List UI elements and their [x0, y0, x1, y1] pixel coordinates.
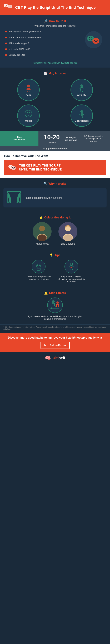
mood-circle: Mood: [17, 104, 40, 127]
footer-logo: 🧠 Ultiself: [0, 352, 110, 364]
why-content: Ration engagement with your fears: [4, 188, 106, 208]
svg-point-12: [96, 40, 97, 41]
how-step-1: Identify what makes you nervous: [5, 30, 80, 34]
why-section: 🔍 Why it works Ration engagement with yo…: [0, 178, 110, 212]
smiley-icon: [24, 109, 33, 118]
step-dot: [5, 36, 7, 38]
svg-point-52: [70, 263, 73, 265]
why-heading: 🔍 Why it works: [4, 182, 106, 186]
lightbulb-icon: 💡: [49, 253, 53, 257]
theater-mask-banner-icon: [8, 163, 16, 172]
anxiety-circle: Anxiety: [70, 79, 93, 101]
svg-rect-3: [8, 5, 12, 8]
improve-banner: How To Improve Your Life With: THE CBT P…: [0, 151, 110, 178]
tips-section: 💡 Tips Use this when plans are making yo…: [0, 249, 110, 287]
svg-point-11: [94, 40, 95, 41]
ellie-avatar: [58, 222, 77, 241]
mood-label: Mood: [25, 119, 32, 122]
side-effects-description: If you have a serious mental illness or …: [26, 315, 84, 320]
time-commitment: TimeCommitment: [0, 131, 38, 146]
person-nervous-icon: [24, 84, 33, 92]
chart-icon: 📈: [44, 72, 47, 75]
svg-point-19: [80, 84, 83, 87]
svg-point-2: [6, 5, 7, 6]
time-when: When youare anxious: [65, 136, 77, 141]
improve-item-mood: Mood: [17, 104, 40, 127]
may-improve-section: 📈 May improve Fear: [0, 68, 110, 131]
how-step-2: Think of the worst case scenario: [5, 36, 80, 40]
side-effects-content: If you have a serious mental illness or …: [4, 298, 106, 320]
svg-point-9: [91, 37, 92, 38]
why-description: Ration engagement with your fears: [25, 196, 62, 199]
how-step-4: Is it really THAT bad?: [5, 48, 80, 52]
theater-masks-decoration: [84, 30, 103, 49]
time-commitment-label: TimeCommitment: [13, 136, 26, 141]
svg-point-20: [25, 110, 32, 117]
svg-point-54: [52, 300, 55, 303]
fear-label: Fear: [26, 94, 31, 96]
step-dot: [5, 31, 7, 32]
svg-line-26: [83, 114, 84, 115]
ellie-name: Ellie Goulding: [61, 242, 75, 245]
side-effects-section: ⚠️ Side Effects If you have a serious me…: [0, 287, 110, 324]
footer-discover: Discover more good habits to improve you…: [0, 333, 110, 352]
svg-point-39: [39, 226, 45, 231]
page-title: CBT Play the Script Until The End Techni…: [15, 5, 96, 10]
svg-point-33: [12, 167, 13, 168]
svg-line-17: [28, 90, 28, 92]
celebrities-grid: Kanye West Ellie Goulding: [4, 222, 106, 245]
time-frequency: 10-20 minutes When youare anxious 2-3 ti…: [38, 131, 110, 146]
footer-url-box[interactable]: http://ultiself.com: [41, 342, 70, 349]
time-freq: 2-3 times a week for recurring fears or …: [82, 135, 105, 142]
improve-banner-text: THE CBT PLAY THE SCRIPTUNTIL THE END TEC…: [19, 164, 62, 172]
footer-logo-text: Ultiself: [53, 356, 65, 360]
improve-banner-title: How To Improve Your Life With:: [4, 154, 106, 158]
how-step-3: Will it really happen?: [5, 42, 80, 46]
may-improve-heading: 📈 May improve: [4, 72, 106, 75]
footer-url[interactable]: http://ultiself.com: [44, 344, 66, 347]
svg-rect-48: [37, 268, 40, 270]
kanye-avatar: [33, 222, 52, 241]
svg-line-25: [79, 114, 81, 115]
svg-point-13: [27, 84, 30, 87]
svg-point-4: [9, 6, 10, 6]
tips-grid: Use this when plans are making you anxio…: [4, 260, 106, 283]
how-subtitle: Write think or meditate upon the followi…: [5, 24, 105, 27]
how-steps-list: Identify what makes you nervous Think of…: [5, 30, 80, 59]
svg-point-32: [11, 166, 16, 170]
person-sitting-icon: [47, 298, 63, 313]
svg-line-15: [26, 88, 27, 90]
anxiety-label: Anxiety: [77, 94, 86, 96]
how-content: Identify what makes you nervous Think of…: [5, 30, 105, 59]
time-section: TimeCommitment 10-20 minutes When youare…: [0, 131, 110, 146]
person-confidence-icon: [77, 109, 86, 118]
improve-item-anxiety: Anxiety: [70, 79, 93, 101]
improve-banner-box: THE CBT PLAY THE SCRIPTUNTIL THE END TEC…: [4, 160, 106, 175]
visualize-text: Visualize yourself dealing with it and l…: [5, 62, 105, 64]
confidence-circle: Confidence: [70, 104, 93, 127]
improve-item-confidence: Confidence: [70, 104, 93, 127]
svg-point-1: [5, 5, 5, 6]
svg-point-5: [11, 6, 11, 6]
celeb-kanye: Kanye West: [33, 222, 52, 245]
svg-point-55: [56, 302, 59, 304]
svg-point-45: [37, 264, 41, 268]
theater-icon-wrap: [82, 30, 105, 49]
footer-discover-text: Discover more good habits to improve you…: [4, 336, 106, 339]
search-icon: 🔍: [43, 182, 47, 186]
curtain-icon: [6, 191, 22, 205]
question-icon: 🔎: [44, 19, 48, 23]
tip-2-text: Pay attention to your physiology when do…: [58, 275, 85, 283]
svg-point-10: [92, 38, 99, 44]
how-step-5: Usually it is NOT: [5, 54, 80, 58]
svg-line-18: [29, 90, 29, 92]
kanye-name: Kanye West: [36, 242, 48, 245]
improve-circles-grid: Fear Anxiety: [4, 79, 106, 127]
celebrities-heading: ⭐ Celebrities doing it: [4, 216, 106, 219]
side-effects-heading: ⚠️ Side Effects: [4, 291, 106, 295]
svg-point-8: [89, 37, 90, 38]
celebrities-section: ⭐ Celebrities doing it Kanye West: [0, 212, 110, 249]
svg-point-23: [80, 110, 83, 113]
time-duration: 10-20: [44, 134, 60, 141]
improve-item-fear: Fear: [17, 79, 40, 101]
